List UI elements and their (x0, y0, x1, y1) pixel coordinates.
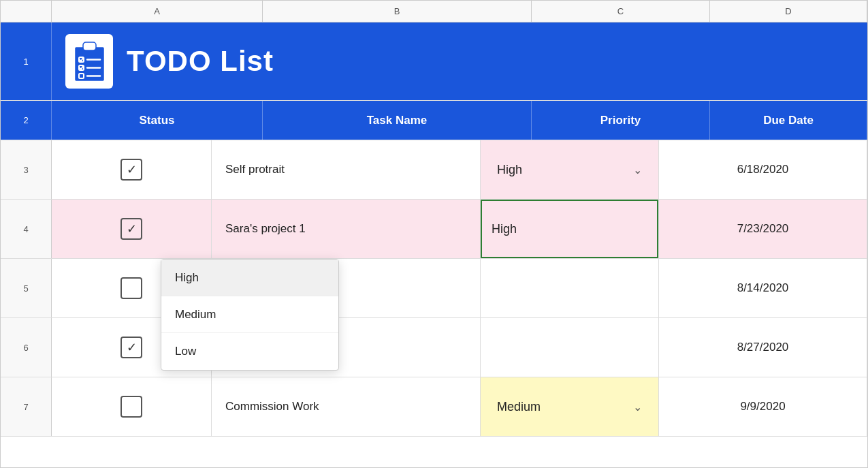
priority-cell-6[interactable] (481, 318, 659, 377)
row-num-4: 4 (1, 200, 52, 258)
col-header-b: B (263, 1, 532, 22)
col-label-taskname: Task Name (263, 101, 532, 140)
checkbox-3[interactable]: ✓ (120, 159, 142, 181)
column-labels-row: 2 Status Task Name Priority Due Date (1, 101, 867, 140)
column-headers: A B C D (1, 1, 867, 22)
dropdown-item-medium[interactable]: Medium (161, 296, 338, 333)
chevron-down-icon: ⌄ (633, 401, 642, 414)
priority-value-4: High (492, 222, 517, 236)
dropdown-item-low[interactable]: Low (161, 333, 338, 370)
priority-dropdown-4-open[interactable]: High (481, 200, 658, 258)
chevron-down-icon: ⌄ (633, 163, 642, 176)
svg-rect-2 (83, 42, 96, 50)
col-header-d: D (710, 1, 867, 22)
status-cell-3[interactable]: ✓ (52, 140, 212, 199)
spreadsheet: A B C D 1 (0, 0, 868, 468)
row-num-3: 3 (1, 140, 52, 199)
col-header-a: A (52, 1, 263, 22)
duedate-cell-5: 8/14/2020 (659, 259, 867, 317)
checkbox-5[interactable] (120, 277, 142, 299)
priority-cell-5[interactable] (481, 259, 659, 317)
clipboard-icon (65, 34, 113, 89)
priority-cell-4[interactable]: High (481, 200, 659, 258)
table-row: 6 ✓ Zylker Logo 8/27/2020 (1, 318, 867, 377)
priority-dropdown-menu[interactable]: High Medium Low (161, 259, 339, 371)
priority-cell-3[interactable]: High ⌄ (481, 140, 659, 199)
checkbox-4[interactable]: ✓ (120, 218, 142, 240)
table-row: 3 ✓ Self protrait High ⌄ 6/18/2020 (1, 140, 867, 200)
row-num-2: 2 (1, 101, 52, 140)
priority-value-7: Medium (497, 400, 541, 414)
col-label-priority: Priority (532, 101, 710, 140)
priority-dropdown-7[interactable]: Medium ⌄ (487, 389, 652, 424)
page-title: TODO List (127, 45, 274, 78)
col-label-duedate: Due Date (710, 101, 867, 140)
row-num-7: 7 (1, 377, 52, 436)
priority-cell-7[interactable]: Medium ⌄ (481, 377, 659, 436)
header-row: 1 (1, 22, 867, 101)
duedate-cell-4: 7/23/2020 (659, 200, 867, 258)
priority-dropdown-3[interactable]: High ⌄ (487, 152, 652, 187)
taskname-cell-7: Commission Work (212, 377, 481, 436)
checkbox-6[interactable]: ✓ (120, 337, 142, 358)
table-row: 4 ✓ Sara's project 1 High 7/23/2020 (1, 200, 867, 259)
checkbox-7[interactable] (120, 396, 142, 418)
data-rows: 1 (1, 22, 867, 437)
col-label-status: Status (52, 101, 263, 140)
col-header-c: C (532, 1, 710, 22)
taskname-cell-4: Sara's project 1 (212, 200, 481, 258)
duedate-cell-6: 8/27/2020 (659, 318, 867, 377)
taskname-cell-3: Self protrait (212, 140, 481, 199)
table-row: 5 Sara's project 2 8/14/2020 High Medium… (1, 259, 867, 318)
row-num-6: 6 (1, 318, 52, 377)
duedate-cell-7: 9/9/2020 (659, 377, 867, 436)
row-num-1: 1 (1, 22, 52, 100)
table-row: 7 Commission Work Medium ⌄ 9/9/2020 (1, 377, 867, 437)
duedate-cell-3: 6/18/2020 (659, 140, 867, 199)
row-num-spacer (1, 1, 52, 22)
header-content: TODO List (52, 22, 867, 100)
priority-value-3: High (497, 163, 522, 177)
status-cell-7[interactable] (52, 377, 212, 436)
dropdown-item-high[interactable]: High (161, 260, 338, 296)
row-num-5: 5 (1, 259, 52, 317)
status-cell-4[interactable]: ✓ (52, 200, 212, 258)
